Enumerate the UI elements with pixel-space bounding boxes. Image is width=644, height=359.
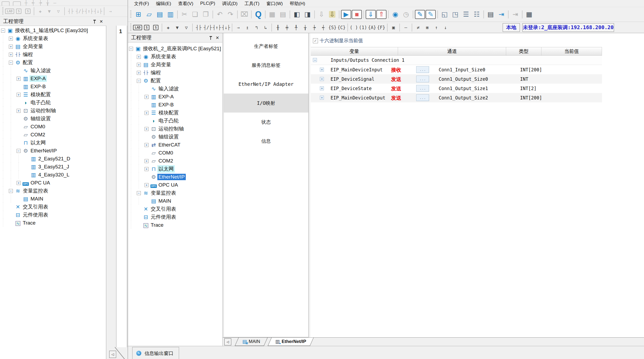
column-header-3[interactable]: 当前值 <box>541 47 602 55</box>
line-branch-button[interactable]: ↳ <box>261 23 270 32</box>
io-mapping-row[interactable]: +EIP_DeviceSignal发送...Conn1_Output_Size0… <box>311 74 602 84</box>
tab-scroll-left-button[interactable]: ◁ <box>224 338 231 345</box>
project-tree-item[interactable]: +◉系统变量表 <box>128 53 222 61</box>
background-tree-item[interactable]: +OPCOPC UA <box>0 179 106 187</box>
h-line-button[interactable]: — <box>401 23 410 32</box>
project-tree-item[interactable]: +▱COM2 <box>128 157 222 165</box>
element-table-button[interactable]: ▦ <box>524 9 535 20</box>
menu-item-plc[interactable]: PLC(P) <box>197 0 219 7</box>
project-tree-item[interactable]: +▤全局变量 <box>128 61 222 69</box>
project-tree-item[interactable]: +☰模块配置 <box>128 109 222 117</box>
project-tree-item[interactable]: −≋变量监控表 <box>128 189 222 197</box>
nav-item-3[interactable]: I/O映射 <box>224 94 308 113</box>
run-button[interactable]: ▶ <box>341 9 351 20</box>
background-tree-item[interactable]: ⊓以太网 <box>0 139 106 147</box>
background-tree-item[interactable]: +┤├编程 <box>0 51 106 59</box>
expand-expander-icon[interactable]: + <box>145 183 149 187</box>
menu-item-help[interactable]: 帮助(H) <box>286 0 309 7</box>
expand-expander-icon[interactable]: + <box>145 167 149 171</box>
contact-rising-button[interactable]: ┤↑├ <box>212 23 221 32</box>
expand-expander-icon[interactable]: + <box>145 127 149 131</box>
find-button[interactable]: Q <box>253 9 264 20</box>
menu-item-debug[interactable]: 调试(D) <box>219 0 241 7</box>
coil-one-button[interactable]: (1) <box>358 23 368 32</box>
expand-expander-icon[interactable]: + <box>17 181 21 185</box>
background-tree-item[interactable]: +⊡运动控制轴 <box>0 107 106 115</box>
menu-item-file[interactable]: 文件(F) <box>131 0 153 7</box>
math-op-button[interactable]: ⋇ <box>423 23 432 32</box>
column-header-2[interactable]: 类型 <box>506 47 541 55</box>
background-tree-item[interactable]: −⚙配置 <box>0 59 106 67</box>
expand-expander-icon[interactable]: + <box>17 109 21 113</box>
background-tree-item[interactable]: ▥EXP-B <box>0 83 106 91</box>
project-tree-item[interactable]: +⊡运动控制轴 <box>128 125 222 133</box>
coil-out-button[interactable]: ( ) <box>349 23 358 32</box>
expand-expander-icon[interactable]: + <box>137 55 141 59</box>
redo-button[interactable]: ↷ <box>225 9 236 20</box>
close-icon[interactable]: ✕ <box>100 19 103 24</box>
branch-up-button[interactable]: ╀ <box>291 23 301 32</box>
nav-item-1[interactable]: 服务消息标签 <box>224 56 308 75</box>
io-mapping-row[interactable]: +EIP_DeviceState发送...Conn1_Output_Size1I… <box>311 84 602 93</box>
background-tree-item[interactable]: ▤MAIN <box>0 195 106 203</box>
background-tree-item[interactable]: ▱COM2 <box>0 131 106 139</box>
io-mapping-row[interactable]: +EIP_MainDeviceInput接收...Conn1_Input_Siz… <box>311 65 602 74</box>
copy-button[interactable]: ❏ <box>190 9 200 20</box>
project-tree-item[interactable]: +┤├编程 <box>128 69 222 77</box>
delete-row-button[interactable]: ▽ <box>182 23 191 32</box>
function-block-button[interactable]: ▣ <box>389 23 398 32</box>
background-tree-item[interactable]: +▥EXP-A <box>0 75 106 83</box>
compare-neq-button[interactable]: ≠ <box>414 23 423 32</box>
contact-falling-button[interactable]: ┤↓├ <box>221 23 230 32</box>
expand-expander-icon[interactable]: + <box>9 45 13 49</box>
write-during-run-button[interactable]: ✎ <box>415 9 425 20</box>
network-config-button[interactable]: ▤ <box>485 9 496 20</box>
pin-icon[interactable] <box>93 20 96 24</box>
project-tree-item[interactable]: ▱COM0 <box>128 149 222 157</box>
monitor-button[interactable]: ◉ <box>390 9 401 20</box>
connection-status[interactable]: 未登录:2_底座装调:192.168.200.20 <box>522 23 614 32</box>
output-window-tab[interactable]: ✎ 信息输出窗口 <box>132 347 179 359</box>
line-up-button[interactable]: ↥ <box>243 23 252 32</box>
project-tree-item[interactable]: ⊟元件使用表 <box>128 213 222 221</box>
background-tree-item[interactable]: ∿输入滤波 <box>0 67 106 75</box>
new-file-button[interactable]: ⊞ <box>133 9 144 20</box>
project-tree-item[interactable]: +▥EXP-A <box>128 93 222 101</box>
delete-button[interactable]: ⌧ <box>239 9 250 20</box>
project-tree-item[interactable]: ⚙轴组设置 <box>128 133 222 141</box>
project-tree-item[interactable]: ▤MAIN <box>128 197 222 205</box>
expand-expander-icon[interactable]: + <box>137 71 141 75</box>
project-tree-item[interactable]: ⚙EtherNet/IP <box>128 173 222 181</box>
save-button[interactable]: ▤ <box>154 9 165 20</box>
cut-button[interactable]: ✂ <box>179 9 190 20</box>
io-mapping-row[interactable]: +EIP_MainDeviceOutput发送...Conn1_Output_S… <box>311 93 602 102</box>
expand-expander-icon[interactable]: + <box>145 95 149 99</box>
tab-main[interactable]: ▤MMAIN <box>235 338 267 346</box>
branch-right-button[interactable]: ┾ <box>310 23 319 32</box>
export-button[interactable]: ⇩ <box>327 9 338 20</box>
collapse-expander-icon[interactable]: − <box>137 191 141 195</box>
expand-expander-icon[interactable]: + <box>320 86 324 90</box>
background-tree-item[interactable]: −≋变量监控表 <box>0 187 106 195</box>
background-tree-item[interactable]: ✕交叉引用表 <box>0 203 106 211</box>
move-down-button[interactable]: ↓ <box>441 23 450 32</box>
window-tile-button[interactable]: ◨ <box>302 9 313 20</box>
branch-closed-button[interactable]: ╪ <box>282 23 291 32</box>
expand-expander-icon[interactable]: + <box>9 53 13 57</box>
branch-open-button[interactable]: ╂ <box>273 23 282 32</box>
background-tree-item[interactable]: +◉系统变量表 <box>0 34 106 43</box>
expand-expander-icon[interactable]: + <box>145 159 149 163</box>
browse-button[interactable]: ... <box>416 94 429 101</box>
project-tree-item[interactable]: ✕交叉引用表 <box>128 205 222 213</box>
compile-all-button[interactable]: ◳ <box>450 9 461 20</box>
pin-icon[interactable] <box>210 36 212 40</box>
sfc-step-button[interactable]: S <box>142 23 151 32</box>
close-icon[interactable]: ✕ <box>216 35 219 40</box>
collapse-expander-icon[interactable]: − <box>9 189 13 193</box>
background-tree-item[interactable]: ◗电子凸轮 <box>0 99 106 107</box>
func-a-button[interactable]: {A} <box>368 23 377 32</box>
sfc-step-2-button[interactable]: S <box>151 23 160 32</box>
edit-mode-button[interactable]: ✎ <box>425 9 436 20</box>
tab-ethernet-ip[interactable]: ▥●EtherNet/IP <box>268 338 313 346</box>
print-button[interactable]: ▦ <box>267 9 278 20</box>
